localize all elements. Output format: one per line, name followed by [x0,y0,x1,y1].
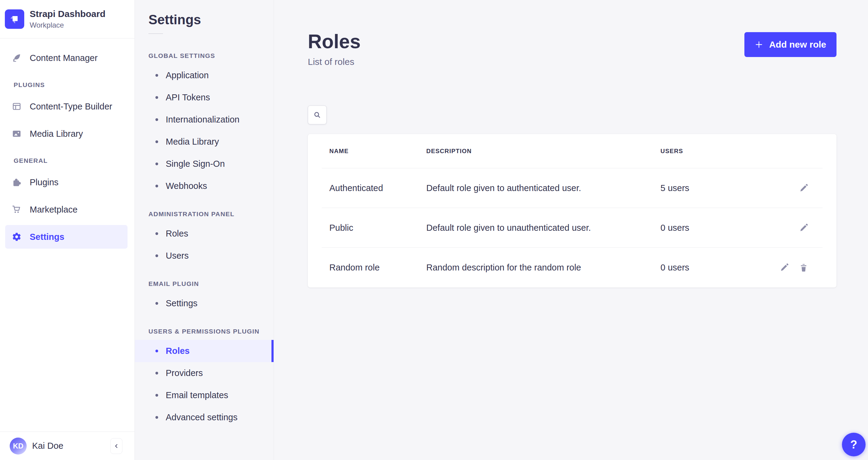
page-header: Roles List of roles Add new role [308,32,836,67]
settings-nav-item-internationalization[interactable]: Internationalization [135,109,274,131]
settings-nav-item-application[interactable]: Application [135,64,274,86]
role-name: Authenticated [322,183,426,193]
settings-nav-item-single-sign-on[interactable]: Single Sign-On [135,153,274,175]
sidebar-item-label: Plugins [30,177,59,188]
page-subtitle: List of roles [308,57,361,67]
bullet-icon [155,254,158,257]
settings-nav-item-media-library[interactable]: Media Library [135,131,274,153]
image-icon [12,129,22,139]
settings-section-admin-panel: ADMINISTRATION PANEL [149,210,274,218]
user-name: Kai Doe [32,441,63,451]
sidebar-item-content-type-builder[interactable]: Content-Type Builder [5,95,128,118]
sidebar-item-label: Content-Type Builder [30,102,112,112]
edit-role-button[interactable] [779,263,789,272]
bullet-icon [155,185,158,188]
user-menu[interactable]: KD Kai Doe [10,437,63,455]
settings-nav-item-label: Settings [166,298,197,308]
sidebar-item-settings[interactable]: Settings [5,225,128,249]
settings-section-users-permissions: USERS & PERMISSIONS PLUGIN [149,328,274,335]
role-users-count: 5 users [660,183,771,193]
settings-nav-item-admin-roles[interactable]: Roles [135,223,274,245]
sidebar-item-label: Marketplace [30,205,78,215]
role-description: Default role given to authenticated user… [426,183,660,193]
edit-role-button[interactable] [799,223,809,233]
role-users-count: 0 users [660,223,771,233]
brand-text: Strapi Dashboard Workplace [30,9,105,29]
column-header-users: USERS [660,148,771,155]
settings-nav-item-webhooks[interactable]: Webhooks [135,175,274,197]
brand-subtitle: Workplace [30,21,105,29]
search-icon [313,111,321,119]
collapse-sidebar-button[interactable] [110,438,122,454]
role-description: Random description for the random role [426,263,660,272]
role-users-count: 0 users [660,263,771,272]
column-header-name: NAME [322,148,426,155]
settings-nav-item-admin-users[interactable]: Users [135,245,274,267]
role-name: Random role [322,263,426,272]
settings-nav-item-providers[interactable]: Providers [135,362,274,384]
question-mark-icon: ? [850,438,857,451]
delete-role-button[interactable] [799,263,809,272]
puzzle-icon [12,177,22,187]
column-header-description: DESCRIPTION [426,148,660,155]
settings-nav-item-label: Application [166,70,209,80]
settings-nav-item-label: Users [166,251,189,261]
roles-table: NAME DESCRIPTION USERS Authenticated Def… [308,134,836,287]
settings-section-global: GLOBAL SETTINGS [149,52,274,59]
bullet-icon [155,232,158,235]
table-row-random-role[interactable]: Random role Random description for the r… [322,248,823,287]
settings-nav-item-label: Single Sign-On [166,159,225,169]
strapi-logo-icon [5,9,24,29]
settings-nav-item-email-settings[interactable]: Settings [135,292,274,314]
settings-nav-item-label: Webhooks [166,181,207,191]
add-new-role-button[interactable]: Add new role [744,32,836,57]
main-nav: Content Manager PLUGINS Content-Type Bui… [0,38,134,431]
gear-icon [12,232,22,242]
settings-nav-item-up-roles[interactable]: Roles [135,340,274,362]
bullet-icon [155,394,158,397]
settings-sub-sidebar: Settings GLOBAL SETTINGS Application API… [135,0,274,460]
settings-nav-item-advanced-settings[interactable]: Advanced settings [135,406,274,428]
sidebar-item-label: Settings [30,232,64,242]
sidebar-item-content-manager[interactable]: Content Manager [5,46,128,70]
table-row-public[interactable]: Public Default role given to unauthentic… [322,208,823,248]
bullet-icon [155,416,158,419]
page-title-block: Roles List of roles [308,32,361,67]
row-actions [771,223,823,233]
bullet-icon [155,140,158,143]
bullet-icon [155,118,158,121]
settings-nav-item-label: Email templates [166,390,228,400]
edit-role-button[interactable] [799,183,809,193]
nav-section-heading-plugins: PLUGINS [13,81,134,89]
table-row-authenticated[interactable]: Authenticated Default role given to auth… [322,168,823,208]
sidebar-item-plugins[interactable]: Plugins [5,170,128,194]
brand[interactable]: Strapi Dashboard Workplace [0,0,134,38]
nav-section-heading-general: GENERAL [13,157,134,164]
page-title: Roles [308,32,361,52]
settings-nav-item-label: Media Library [166,137,219,147]
settings-nav-item-api-tokens[interactable]: API Tokens [135,86,274,109]
bullet-icon [155,302,158,305]
add-new-role-label: Add new role [769,39,826,50]
bullet-icon [155,350,158,352]
settings-section-email-plugin: EMAIL PLUGIN [149,280,274,287]
sidebar-item-media-library[interactable]: Media Library [5,122,128,146]
chevron-left-icon [113,443,120,450]
help-button[interactable]: ? [842,433,866,456]
settings-nav-item-email-templates[interactable]: Email templates [135,384,274,406]
settings-nav-item-label: API Tokens [166,92,210,103]
cart-icon [12,205,22,214]
pencil-icon [799,223,809,233]
trash-icon [799,263,809,272]
plus-icon [755,40,763,49]
divider [149,33,163,34]
pencil-icon [779,263,789,272]
feather-icon [12,53,22,63]
bullet-icon [155,163,158,165]
settings-nav-item-label: Roles [166,346,190,356]
settings-nav-item-label: Providers [166,368,203,378]
sidebar-item-marketplace[interactable]: Marketplace [5,198,128,221]
bullet-icon [155,74,158,77]
bullet-icon [155,372,158,374]
search-button[interactable] [308,106,327,124]
